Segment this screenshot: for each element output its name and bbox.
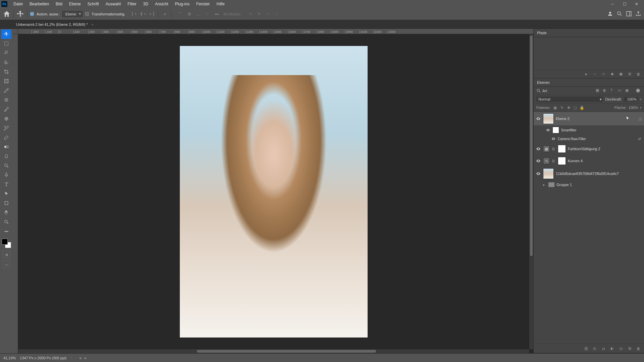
window-close[interactable]: ✕	[631, 0, 643, 8]
filter-shape-icon[interactable]: ▭	[618, 88, 623, 94]
workspace-icon[interactable]	[626, 11, 632, 17]
visibility-toggle[interactable]	[536, 158, 541, 164]
align-center-h-icon[interactable]: ▪▏▪	[139, 10, 147, 18]
distribute-icon[interactable]: ≡	[161, 10, 168, 18]
menu-type[interactable]: Schrift	[84, 0, 102, 8]
delete-path-icon[interactable]: 🗑	[635, 71, 641, 77]
layer-name[interactable]: Kurven 4	[568, 159, 642, 163]
home-icon[interactable]	[3, 10, 11, 18]
add-mask-icon[interactable]: ▣	[618, 71, 624, 77]
zoom-level[interactable]: 41,19%	[3, 356, 16, 360]
layer-ebene-2[interactable]: Ebene 2 ◫	[534, 112, 644, 125]
align-bottom-icon[interactable]: ⎵	[194, 10, 202, 18]
lock-position-icon[interactable]: ✥	[566, 105, 571, 110]
menu-layer[interactable]: Ebene	[66, 0, 84, 8]
layer-background-image[interactable]: 11b0d5dcae835708d472f6d3f14ca4c7	[534, 167, 644, 180]
align-middle-icon[interactable]: ⊟	[185, 10, 193, 18]
hand-tool[interactable]	[1, 208, 11, 217]
gradient-tool[interactable]	[1, 142, 11, 152]
ruler-horizontal[interactable]: -200 -100 0 100 200 300 400 500 600 700 …	[18, 29, 533, 34]
lock-pixels-icon[interactable]: ✎	[559, 105, 565, 110]
lock-transparency-icon[interactable]: ▦	[552, 105, 558, 110]
doc-info-arrow-icon[interactable]: 〉	[70, 355, 74, 360]
color-swatches[interactable]	[2, 239, 11, 248]
menu-window[interactable]: Fenster	[193, 0, 213, 8]
new-layer-icon[interactable]: ⊞	[627, 346, 633, 352]
quick-mask-icon[interactable]: ◑	[3, 251, 10, 258]
path-to-selection-icon[interactable]: ◇	[600, 71, 606, 77]
fill-path-icon[interactable]: ●	[583, 71, 589, 77]
canvas-image[interactable]	[180, 46, 368, 338]
move-tool-icon[interactable]	[16, 10, 24, 18]
layer-name[interactable]: Gruppe 1	[556, 183, 642, 187]
curves-icon[interactable]: ∿	[543, 158, 550, 164]
visibility-toggle[interactable]	[546, 128, 550, 132]
link-mask-icon[interactable]: ⛓	[552, 159, 556, 163]
ruler-vertical[interactable]	[13, 34, 18, 353]
align-top-icon[interactable]: ⎴	[177, 10, 184, 18]
edit-toolbar-icon[interactable]: •••	[1, 227, 11, 236]
scrollbar-horizontal[interactable]	[18, 349, 529, 353]
document-tab[interactable]: Unbenannt-2 bei 41,2% (Ebene 2, RGB/8) *…	[13, 20, 97, 29]
layer-mask-thumbnail[interactable]	[558, 157, 566, 165]
new-path-icon[interactable]: ⊞	[627, 71, 633, 77]
visibility-toggle[interactable]	[536, 116, 541, 121]
paths-tab[interactable]: Pfade	[534, 29, 644, 37]
filter-blend-options-icon[interactable]: ⇄	[637, 136, 642, 141]
layer-filter-type-dropdown[interactable]: Art	[542, 89, 566, 93]
transform-controls-checkbox[interactable]	[85, 12, 89, 16]
visibility-toggle[interactable]	[536, 146, 541, 152]
filter-mask-thumbnail[interactable]	[552, 127, 559, 133]
hue-saturation-icon[interactable]: ▦	[543, 145, 550, 152]
filter-toggle-icon[interactable]: ⬤	[636, 88, 641, 94]
tab-close-icon[interactable]: ×	[91, 22, 93, 26]
camera-raw-filter-row[interactable]: Camera Raw-Filter ⇄	[534, 135, 644, 143]
marquee-tool[interactable]	[1, 39, 11, 48]
distribute-v-icon[interactable]: ⋮	[203, 10, 210, 18]
layers-tab[interactable]: Ebenen	[534, 78, 644, 87]
pen-tool[interactable]	[1, 170, 11, 180]
layer-curves[interactable]: ∿ ⛓ Kurven 4	[534, 155, 644, 167]
eraser-tool[interactable]	[1, 133, 11, 142]
menu-edit[interactable]: Bearbeiten	[26, 0, 52, 8]
menu-image[interactable]: Bild	[52, 0, 66, 8]
adjustment-layer-icon[interactable]: ◐	[609, 346, 615, 352]
menu-filter[interactable]: Filter	[124, 0, 140, 8]
filter-smart-icon[interactable]: ▣	[625, 88, 631, 94]
menu-help[interactable]: Hilfe	[213, 0, 228, 8]
window-maximize[interactable]: ☐	[619, 0, 631, 8]
timeline-prev-icon[interactable]: ◄	[78, 356, 82, 360]
menu-file[interactable]: Datei	[10, 0, 26, 8]
crop-tool[interactable]	[1, 67, 11, 76]
menu-3d[interactable]: 3D	[140, 0, 152, 8]
path-select-tool[interactable]	[1, 189, 11, 198]
new-group-icon[interactable]: 🗀	[618, 346, 624, 352]
screen-mode-icon[interactable]: ▭	[3, 261, 10, 268]
camera-raw-filter-name[interactable]: Camera Raw-Filter	[558, 137, 635, 141]
delete-layer-icon[interactable]: 🗑	[635, 346, 641, 352]
opacity-input[interactable]: 100%	[624, 97, 638, 102]
layer-mask-thumbnail[interactable]	[558, 145, 566, 153]
more-options-icon[interactable]: •••	[213, 10, 220, 18]
lock-all-icon[interactable]: 🔒	[579, 105, 585, 110]
clone-stamp-tool[interactable]	[1, 114, 11, 123]
layer-thumbnail[interactable]	[543, 168, 554, 179]
visibility-toggle[interactable]	[536, 182, 541, 187]
layer-thumbnail[interactable]	[543, 113, 554, 124]
cloud-docs-icon[interactable]	[607, 11, 613, 17]
type-tool[interactable]	[1, 180, 11, 189]
menu-view[interactable]: Ansicht	[152, 0, 171, 8]
timeline-next-icon[interactable]: ►	[84, 356, 88, 360]
link-mask-icon[interactable]: ⛓	[552, 147, 556, 151]
smartfilter-header[interactable]: Smartfilter	[534, 125, 644, 135]
healing-brush-tool[interactable]	[1, 95, 11, 105]
visibility-toggle[interactable]	[536, 171, 541, 176]
move-tool[interactable]	[1, 29, 11, 39]
blur-tool[interactable]	[1, 152, 11, 161]
filter-adjustment-icon[interactable]: ◐	[603, 88, 608, 94]
layer-hue-saturation[interactable]: ▦ ⛓ Farbton/Sättigung 2	[534, 143, 644, 155]
expand-group-icon[interactable]: ▸	[543, 183, 546, 187]
layer-search-icon[interactable]	[536, 88, 541, 93]
menu-select[interactable]: Auswahl	[102, 0, 124, 8]
quick-select-tool[interactable]	[1, 58, 11, 67]
